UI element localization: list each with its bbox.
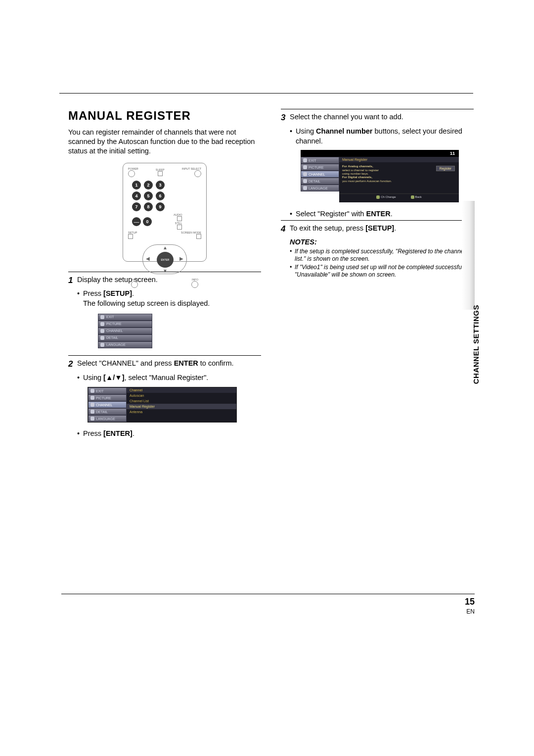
back-icon [411,195,414,199]
label-back: BACK [131,278,138,281]
section-tab-gradient [462,201,475,310]
label-info: INFO [192,278,198,281]
input-select-button-icon [194,170,201,177]
osd-item-language: LANGUAGE [98,341,152,348]
detail-icon [90,410,94,414]
num-1: 1 [132,181,141,189]
step-separator [281,220,474,221]
arrow-left-icon: ◀ [146,256,150,261]
picture-icon [90,396,94,400]
arrow-down-icon: ▼ [163,268,168,274]
audio-button-icon [177,216,182,221]
step-3-bullet-1: • Using Channel number buttons, select y… [290,127,474,146]
osd-side-detail: DETAIL [301,178,339,185]
page-top-rule [59,93,473,94]
picture-icon [303,165,307,169]
osd-item-detail: DETAIL [98,334,152,341]
osd-channel-number: 11 [301,150,459,157]
content-columns: MANUAL REGISTER You can register remaind… [68,109,474,440]
step-4: 4 To exit the setup, press [SETUP]. [281,224,474,235]
step-separator [68,355,261,356]
page-number: 15 [465,597,475,607]
foot-back: Back [411,195,422,199]
step-number: 2 [68,359,77,370]
note-1: If the setup is completed successfully, … [295,248,474,263]
osd-opt-channellist: Channel List [127,398,236,404]
osd-side-detail: DETAIL [88,408,127,415]
exit-icon [90,389,94,393]
detail-icon [303,179,307,183]
language-icon [100,343,104,347]
osd-channel-menu: EXIT PICTURE CHANNEL DETAIL LANGUAGE Cha… [88,387,236,422]
osd-side-exit: EXIT [301,157,339,164]
osd-register-button: Register [436,166,455,171]
intro-text: You can register remainder of channels t… [68,128,261,156]
page-footer: 15 EN [465,594,475,615]
num-4: 4 [132,191,141,200]
arrow-right-icon: ▶ [179,256,183,261]
num-8: 8 [144,202,153,211]
label-power: POWER [128,167,138,170]
still-button-icon [177,225,182,230]
channel-icon [90,403,94,407]
osd-side-channel: CHANNEL [301,171,339,178]
number-pad: 1 2 3 4 5 6 7 8 9 [132,181,201,211]
step-number: 1 [68,275,77,286]
footer-rule [61,594,475,594]
num-3: 3 [156,181,165,189]
step-3: 3 Select the channel you want to add. [281,112,474,124]
num-5: 5 [144,191,153,200]
osd-manual-register: 11 EXIT PICTURE CHANNEL DETAIL LANGUAGE … [301,150,459,202]
step-number: 4 [281,224,290,235]
right-column: 3 Select the channel you want to add. • … [281,109,474,440]
left-column: MANUAL REGISTER You can register remaind… [68,109,261,440]
arrow-up-icon: ▲ [163,245,168,250]
osd-side-picture: PICTURE [301,164,339,171]
page-lang: EN [465,608,475,615]
num-7: 7 [132,202,141,211]
osd-opt-antenna: Antenna [127,409,236,415]
exit-icon [303,158,307,162]
note-2: If "Video1" is being used set up will no… [295,264,474,279]
osd-item-channel: CHANNEL [98,328,152,334]
step-number: 3 [281,112,290,124]
num-2: 2 [144,181,153,189]
step-2: 2 Select "CHANNEL" and press ENTER to co… [68,359,261,370]
section-heading: MANUAL REGISTER [68,109,261,123]
step-2-bullet-1: • Using [▲/▼], select "Manual Register". [77,373,261,383]
num-6: 6 [156,191,165,200]
language-icon [90,417,94,421]
osd-menu-small: EXIT PICTURE CHANNEL DETAIL LANGUAGE [98,314,152,348]
channel-icon [100,329,104,333]
notes-heading: NOTES: [290,238,474,246]
osd-side-language: LANGUAGE [301,185,339,191]
osd-item-exit: EXIT [98,314,152,321]
detail-icon [100,336,104,340]
step-separator [281,109,474,109]
osd-opt-manualregister: Manual Register [127,404,236,409]
section-tab-label: CHANNEL SETTINGS [472,305,480,384]
osd-side-language: LANGUAGE [88,415,127,422]
osd-register-msg: For Analog channels, select a channel to… [339,162,421,185]
notes-list: •If the setup is completed successfully,… [290,248,474,279]
osd-register-title: Manual Register [339,157,459,162]
foot-ch-change: Ch Change [376,195,396,199]
num-9: 9 [156,202,165,211]
step-2-bullet-2: • Press [ENTER]. [77,429,261,439]
screenmode-button-icon [196,234,201,239]
dash-button: — [132,217,141,226]
num-0: 0 [143,217,152,226]
picture-icon [100,322,104,326]
step-3-text: Select the channel you want to add. [290,112,474,124]
channel-icon [303,172,307,176]
osd-side-exit: EXIT [88,387,127,394]
osd-opt-autoscan: Autoscan [127,393,236,398]
info-button-icon [191,281,198,288]
dpad: ▲ ▼ ◀ ▶ ENTER [142,244,187,274]
back-button-icon [131,281,138,288]
remote-illustration: POWER SLEEP INPUT SELECT 1 2 3 4 5 6 7 8… [123,163,207,262]
osd-body-title: Channel [127,387,236,393]
label-input: INPUT SELECT [182,167,201,170]
osd-side-picture: PICTURE [88,394,127,401]
osd-item-picture: PICTURE [98,321,152,328]
